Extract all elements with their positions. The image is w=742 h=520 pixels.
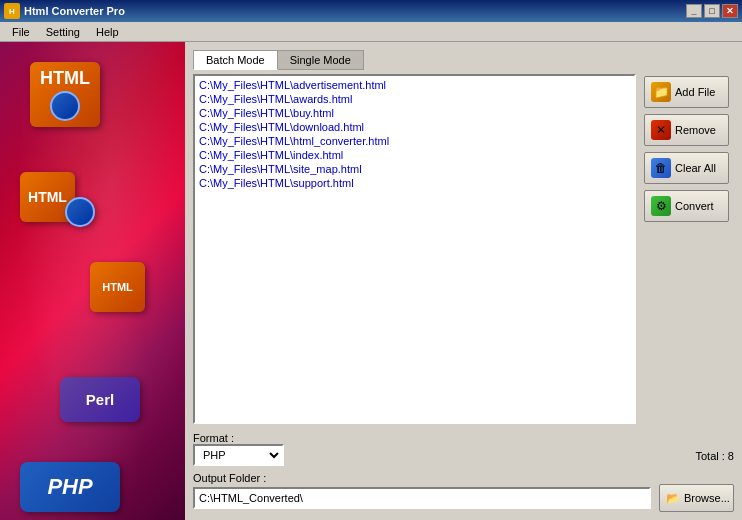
close-button[interactable]: ✕ [722, 4, 738, 18]
html-icon-large: HTML [30, 62, 100, 127]
list-item[interactable]: C:\My_Files\HTML\site_map.html [197, 162, 632, 176]
menu-setting[interactable]: Setting [38, 24, 88, 40]
title-buttons: _ □ ✕ [686, 4, 738, 18]
tab-single-mode[interactable]: Single Mode [277, 50, 364, 70]
file-listbox[interactable]: C:\My_Files\HTML\advertisement.html C:\M… [193, 74, 636, 424]
add-file-label: Add File [675, 86, 715, 98]
browse-label: Browse... [684, 492, 730, 504]
list-item[interactable]: C:\My_Files\HTML\advertisement.html [197, 78, 632, 92]
format-section: Format : PHP ASP JSP Perl Cold Fusion Py… [193, 432, 636, 466]
tab-single-label: Single Mode [290, 54, 351, 66]
tab-batch-mode[interactable]: Batch Mode [193, 50, 278, 70]
format-label: Format : [193, 432, 636, 444]
browse-button[interactable]: 📂 Browse... [659, 484, 734, 512]
tabs-container: Batch Mode Single Mode [193, 50, 734, 70]
list-item[interactable]: C:\My_Files\HTML\buy.html [197, 106, 632, 120]
html-label-1: HTML [40, 68, 90, 89]
list-item[interactable]: C:\My_Files\HTML\html_converter.html [197, 134, 632, 148]
app-title: Html Converter Pro [24, 5, 125, 17]
globe-icon-1 [50, 91, 80, 121]
convert-label: Convert [675, 200, 714, 212]
right-panel: Batch Mode Single Mode C:\My_Files\HTML\… [185, 42, 742, 520]
remove-button[interactable]: ✕ Remove [644, 114, 729, 146]
clear-all-icon: 🗑 [651, 158, 671, 178]
add-file-button[interactable]: 📁 Add File [644, 76, 729, 108]
perl-icon: Perl [60, 377, 140, 422]
total-label: Total : 8 [644, 450, 734, 462]
list-item[interactable]: C:\My_Files\HTML\awards.html [197, 92, 632, 106]
maximize-button[interactable]: □ [704, 4, 720, 18]
minimize-button[interactable]: _ [686, 4, 702, 18]
output-section: Output Folder : 📂 Browse... [193, 472, 734, 512]
remove-icon: ✕ [651, 120, 671, 140]
total-section: Total : 8 [644, 430, 734, 466]
browse-icon: 📂 [666, 492, 680, 505]
html-label-3: HTML [102, 281, 133, 293]
buttons-section: 📁 Add File ✕ Remove 🗑 Clear All ⚙ Conver… [644, 74, 734, 466]
main-content: HTML HTML HTML Perl PHP Batch Mode [0, 42, 742, 520]
menu-bar: File Setting Help [0, 22, 742, 42]
add-file-icon: 📁 [651, 82, 671, 102]
convert-icon: ⚙ [651, 196, 671, 216]
menu-file[interactable]: File [4, 24, 38, 40]
title-bar-left: H Html Converter Pro [4, 3, 125, 19]
format-select[interactable]: PHP ASP JSP Perl Cold Fusion Python [193, 444, 284, 466]
app-icon: H [4, 3, 20, 19]
remove-label: Remove [675, 124, 716, 136]
output-row: 📂 Browse... [193, 484, 734, 512]
php-label: PHP [47, 474, 92, 500]
list-item[interactable]: C:\My_Files\HTML\download.html [197, 120, 632, 134]
convert-button[interactable]: ⚙ Convert [644, 190, 729, 222]
html-label-2: HTML [28, 189, 67, 205]
menu-help[interactable]: Help [88, 24, 127, 40]
clear-all-button[interactable]: 🗑 Clear All [644, 152, 729, 184]
list-item[interactable]: C:\My_Files\HTML\support.html [197, 176, 632, 190]
list-item[interactable]: C:\My_Files\HTML\index.html [197, 148, 632, 162]
file-list-section: C:\My_Files\HTML\advertisement.html C:\M… [193, 74, 636, 466]
clear-all-label: Clear All [675, 162, 716, 174]
left-panel: HTML HTML HTML Perl PHP [0, 42, 185, 520]
title-bar: H Html Converter Pro _ □ ✕ [0, 0, 742, 22]
php-icon: PHP [20, 462, 120, 512]
output-folder-input[interactable] [193, 487, 651, 509]
content-area: C:\My_Files\HTML\advertisement.html C:\M… [193, 74, 734, 466]
html-icon-small: HTML [90, 262, 145, 312]
globe-icon-small [65, 197, 95, 227]
perl-label: Perl [86, 391, 114, 408]
tab-batch-label: Batch Mode [206, 54, 265, 66]
output-label: Output Folder : [193, 472, 734, 484]
